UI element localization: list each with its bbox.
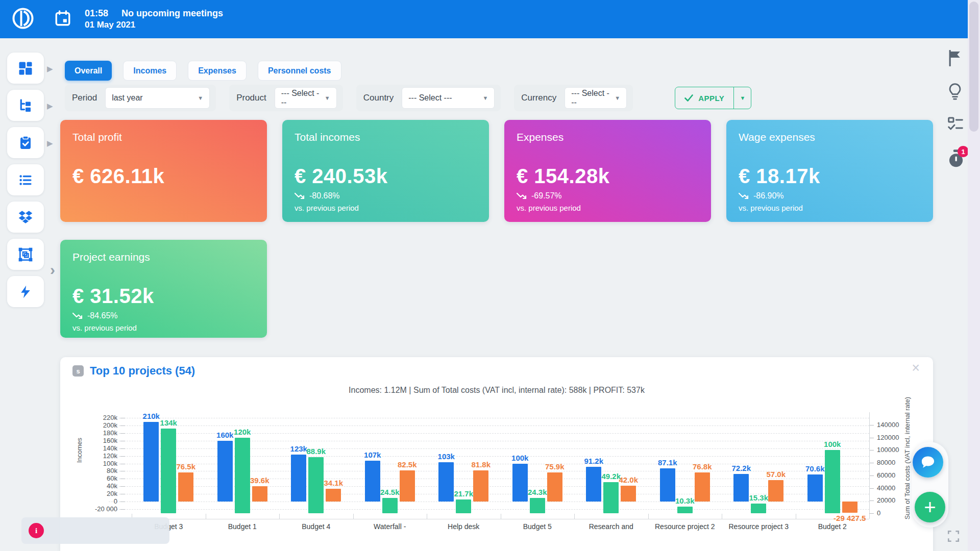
product-select[interactable]: --- Select --- ▼	[275, 87, 337, 109]
filter-currency-label: Currency	[521, 93, 556, 103]
left-axis-tick-mark	[120, 425, 125, 426]
report-tabs: Overall Incomes Expenses Personnel costs	[65, 61, 341, 81]
chart-bar	[473, 470, 488, 502]
kpi-wage-expenses[interactable]: Wage expenses € 18.17k -86.90% vs. previ…	[726, 120, 933, 222]
chart-bar	[695, 472, 710, 502]
calendar-icon[interactable]	[54, 10, 71, 29]
left-axis-tick-mark	[120, 486, 125, 487]
checklist-icon[interactable]	[947, 116, 964, 134]
check-icon	[684, 94, 693, 102]
chart-bar	[768, 480, 783, 502]
kpi-title: Wage expenses	[739, 131, 921, 143]
period-select[interactable]: last year ▼	[105, 87, 210, 109]
kpi-project-earnings[interactable]: Project earnings € 31.52k -84.65% vs. pr…	[60, 240, 267, 338]
filter-period-label: Period	[72, 93, 97, 103]
filter-period: Period last year ▼	[65, 85, 216, 111]
currency-value: --- Select ---	[571, 89, 609, 107]
chart-bar	[235, 438, 250, 513]
chart-bar	[621, 486, 636, 502]
apply-dropdown-button[interactable]: ▼	[733, 87, 751, 109]
chart-bar	[326, 489, 341, 502]
kpi-total-incomes[interactable]: Total incomes € 240.53k -80.68% vs. prev…	[282, 120, 489, 222]
app-logo-icon[interactable]	[11, 7, 35, 32]
category-tick	[722, 514, 722, 519]
sidebar-expand-icon[interactable]: ›	[50, 261, 55, 279]
category-axis-line	[108, 519, 869, 519]
kpi-total-profit[interactable]: Total profit € 626.11k	[60, 120, 267, 222]
clipboard-check-icon	[18, 135, 33, 151]
chart-bar	[291, 455, 306, 502]
sidebar-item-projects[interactable]	[7, 239, 44, 270]
fullscreen-icon[interactable]	[947, 530, 960, 545]
add-button[interactable]: +	[915, 492, 945, 522]
left-axis-tick: 40k	[81, 482, 117, 490]
tab-incomes[interactable]: Incomes	[123, 61, 177, 81]
left-axis-tick-mark	[120, 433, 125, 434]
chevron-right-icon[interactable]: ▶	[47, 139, 53, 148]
sidebar-item-tasks[interactable]	[7, 127, 44, 158]
right-axis-tick: 120000	[877, 434, 913, 441]
list-icon	[18, 172, 33, 188]
notification-badge: 1	[958, 146, 969, 157]
kpi-row: Total profit € 626.11k Total incomes € 2…	[60, 120, 933, 222]
chart-value-label: 88.9k	[291, 447, 340, 456]
sidebar-item-dashboard[interactable]	[7, 53, 44, 84]
chart-bar	[217, 441, 233, 502]
country-select[interactable]: --- Select --- ▼	[402, 87, 495, 109]
sidebar-item-quick-actions[interactable]	[7, 276, 44, 307]
chart-value-label: 76.8k	[678, 462, 727, 471]
category-label: Budget 5	[501, 522, 575, 531]
chat-button[interactable]	[913, 447, 943, 478]
right-axis-tick-mark	[869, 450, 874, 450]
trend-down-icon	[517, 192, 528, 200]
filter-country: Country --- Select --- ▼	[356, 85, 501, 111]
lightbulb-icon[interactable]	[947, 83, 963, 102]
apply-button[interactable]: APPLY ▼	[675, 87, 751, 109]
info-icon[interactable]: i	[29, 523, 44, 538]
right-axis-tick: 100000	[877, 446, 913, 454]
kpi-compare: vs. previous period	[295, 204, 359, 212]
filter-product-label: Product	[236, 93, 266, 103]
chart-bar	[252, 486, 267, 502]
currency-select[interactable]: --- Select --- ▼	[565, 87, 627, 109]
meeting-date: 01 May 2021	[85, 19, 223, 31]
chart-value-label: 120k	[218, 428, 267, 436]
right-axis-tick-mark	[869, 425, 874, 425]
chevron-right-icon[interactable]: ▶	[47, 64, 53, 73]
page-scrollbar-thumb[interactable]	[969, 2, 978, 132]
flag-icon[interactable]	[947, 50, 963, 68]
left-axis-tick-mark	[120, 464, 125, 464]
top-projects-widget: s Top 10 projects (54) × Incomes: 1.12M …	[60, 357, 933, 551]
lightning-bolt-icon	[18, 285, 33, 299]
clock-time: 01:58	[85, 8, 108, 18]
chevron-down-icon: ▼	[198, 95, 203, 101]
chart-bar	[825, 450, 840, 513]
sidebar-item-list[interactable]	[7, 164, 44, 195]
top-bar: 01:58No upcoming meetings 01 May 2021	[0, 0, 968, 38]
right-axis-tick-mark	[869, 438, 874, 438]
sidebar-item-hierarchy[interactable]	[7, 90, 44, 121]
kpi-row: Project earnings € 31.52k -84.65% vs. pr…	[60, 240, 267, 338]
category-tick	[279, 514, 280, 519]
category-label: Budget 2	[796, 522, 870, 531]
category-tick	[501, 514, 501, 519]
trend-down-icon	[295, 192, 306, 200]
page-scrollbar-track[interactable]	[968, 0, 980, 551]
tab-expenses[interactable]: Expenses	[188, 61, 247, 81]
chat-bubble-icon	[920, 455, 936, 469]
tab-overall[interactable]: Overall	[65, 61, 112, 81]
left-axis-tick-mark	[120, 456, 125, 457]
kpi-expenses[interactable]: Expenses € 154.28k -69.57% vs. previous …	[504, 120, 711, 222]
chart-value-label: -29 427.5	[825, 514, 874, 522]
chevron-right-icon[interactable]: ▶	[47, 102, 53, 111]
sidebar-item-dropbox[interactable]	[7, 202, 44, 233]
left-axis-tick: 80k	[81, 467, 117, 474]
tab-personnel-costs[interactable]: Personnel costs	[258, 61, 341, 81]
chart-value-label: 134k	[144, 418, 193, 427]
category-tick	[353, 514, 354, 519]
chart-value-label: 76.5k	[161, 462, 210, 471]
category-label: Budget 1	[206, 522, 280, 531]
right-axis-tick: 20000	[877, 496, 913, 504]
kpi-value: € 240.53k	[295, 165, 387, 188]
meeting-info: 01:58No upcoming meetings 01 May 2021	[85, 7, 223, 31]
